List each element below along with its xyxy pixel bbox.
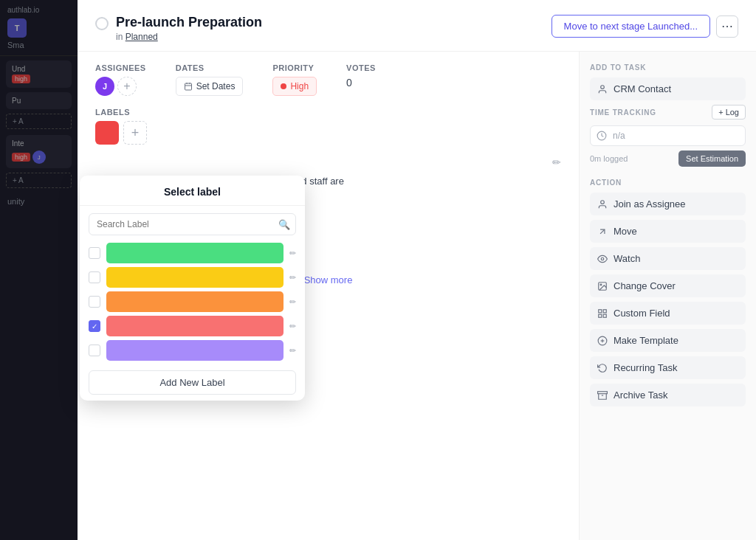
task-header-left: Pre-launch Preparation in Planned bbox=[95, 15, 262, 42]
svg-line-10 bbox=[600, 229, 605, 234]
make-template-label: Make Template bbox=[614, 335, 678, 346]
meta-row: Assignees J + Dates Set Dates Priority bbox=[95, 63, 561, 96]
search-wrapper: 🔍 bbox=[89, 213, 296, 235]
label-edit-icon-4[interactable]: ✏ bbox=[289, 322, 296, 331]
move-button[interactable]: Move bbox=[590, 220, 746, 243]
change-cover-icon bbox=[597, 281, 608, 291]
label-item-5: ✏ bbox=[89, 340, 296, 361]
make-template-button[interactable]: Make Template bbox=[590, 329, 746, 352]
join-assignee-icon bbox=[597, 199, 608, 210]
add-new-label-button[interactable]: Add New Label bbox=[89, 370, 296, 395]
label-checkbox-5[interactable] bbox=[89, 345, 100, 356]
person-icon bbox=[597, 84, 608, 94]
custom-field-label: Custom Field bbox=[614, 308, 670, 319]
more-options-button[interactable]: ⋯ bbox=[716, 15, 738, 38]
svg-rect-15 bbox=[603, 309, 606, 312]
make-template-icon bbox=[597, 336, 608, 346]
time-display: n/a bbox=[590, 125, 746, 146]
svg-rect-17 bbox=[603, 314, 606, 317]
priority-dot bbox=[281, 83, 286, 89]
label-bar-orange[interactable] bbox=[106, 291, 284, 312]
move-to-next-stage-button[interactable]: Move to next stage Launched... bbox=[551, 15, 710, 38]
label-dropdown: Select label 🔍 ✏ ✏ ✏ ✏ bbox=[80, 176, 305, 401]
time-value: n/a bbox=[613, 131, 625, 141]
edit-description-icon[interactable]: ✏ bbox=[552, 156, 561, 168]
priority-badge[interactable]: High bbox=[272, 77, 317, 96]
label-edit-icon-5[interactable]: ✏ bbox=[289, 346, 296, 356]
dim-overlay bbox=[0, 0, 78, 540]
watch-button[interactable]: Watch bbox=[590, 247, 746, 270]
add-assignee-button[interactable]: + bbox=[117, 77, 137, 96]
change-cover-button[interactable]: Change Cover bbox=[590, 274, 746, 297]
label-item-2: ✏ bbox=[89, 267, 296, 288]
label-edit-icon-3[interactable]: ✏ bbox=[289, 297, 296, 307]
svg-rect-16 bbox=[599, 314, 602, 317]
label-bar-red[interactable] bbox=[106, 316, 284, 336]
label-swatch-red[interactable] bbox=[95, 121, 119, 145]
svg-rect-21 bbox=[598, 391, 608, 393]
svg-point-11 bbox=[601, 257, 604, 260]
labels-row: + bbox=[95, 121, 561, 145]
label-checkbox-2[interactable] bbox=[89, 271, 100, 283]
task-header: Pre-launch Preparation in Planned Move t… bbox=[78, 0, 756, 52]
join-as-assignee-button[interactable]: Join as Assignee bbox=[590, 193, 746, 215]
task-stage-info: in Planned bbox=[116, 32, 262, 42]
label-edit-icon-2[interactable]: ✏ bbox=[289, 273, 296, 283]
desc-header: ✏ bbox=[95, 156, 561, 168]
action-section: ACTION Join as Assignee Move Watch Chang… bbox=[590, 179, 746, 406]
dates-col: Dates Set Dates bbox=[176, 63, 244, 96]
task-header-right: Move to next stage Launched... ⋯ bbox=[551, 15, 738, 38]
label-checkbox-3[interactable] bbox=[89, 296, 100, 308]
archive-task-label: Archive Task bbox=[614, 390, 667, 401]
votes-col: Votes 0 bbox=[346, 63, 376, 96]
search-label-input[interactable] bbox=[89, 213, 296, 235]
move-icon bbox=[597, 226, 608, 237]
crm-contact-label: CRM Contact bbox=[614, 83, 671, 94]
priority-label: Priority bbox=[272, 63, 317, 72]
label-edit-icon-1[interactable]: ✏ bbox=[289, 249, 296, 258]
dates-label: Dates bbox=[176, 63, 244, 72]
calendar-icon bbox=[184, 82, 193, 91]
log-time-button[interactable]: + Log bbox=[712, 105, 746, 120]
search-label-row: 🔍 bbox=[80, 206, 305, 243]
label-bar-purple[interactable] bbox=[106, 340, 284, 361]
change-cover-label: Change Cover bbox=[614, 280, 676, 291]
svg-rect-14 bbox=[599, 309, 602, 312]
crm-contact-button[interactable]: CRM Contact bbox=[590, 77, 746, 100]
custom-field-button[interactable]: Custom Field bbox=[590, 302, 746, 325]
priority-col: Priority High bbox=[272, 63, 317, 96]
stage-link[interactable]: Planned bbox=[126, 32, 158, 42]
time-tracking-label: TIME TRACKING bbox=[590, 108, 656, 117]
task-status-circle[interactable] bbox=[95, 17, 109, 30]
right-sidebar: ADD TO TASK CRM Contact TIME TRACKING + … bbox=[579, 52, 756, 540]
watch-label: Watch bbox=[614, 253, 640, 264]
assignees-label: Assignees bbox=[95, 63, 146, 72]
label-list: ✏ ✏ ✏ ✏ ✏ bbox=[80, 243, 305, 361]
svg-point-13 bbox=[600, 284, 602, 285]
archive-task-icon bbox=[597, 390, 608, 401]
label-item-3: ✏ bbox=[89, 291, 296, 312]
join-assignee-label: Join as Assignee bbox=[614, 198, 686, 210]
action-label: ACTION bbox=[590, 179, 746, 187]
assignees-col: Assignees J + bbox=[95, 63, 146, 96]
label-bar-green[interactable] bbox=[106, 243, 284, 263]
set-estimation-button[interactable]: Set Estimation bbox=[678, 150, 746, 167]
recurring-task-button[interactable]: Recurring Task bbox=[590, 356, 746, 379]
clock-icon bbox=[597, 131, 607, 141]
add-to-task-label: ADD TO TASK bbox=[590, 63, 746, 72]
time-logged-label: 0m logged bbox=[590, 154, 628, 163]
label-item-4: ✏ bbox=[89, 316, 296, 336]
label-checkbox-4[interactable] bbox=[89, 320, 100, 332]
votes-label: Votes bbox=[346, 63, 376, 72]
task-title-area: Pre-launch Preparation in Planned bbox=[116, 15, 262, 42]
custom-field-icon bbox=[597, 308, 608, 319]
add-label-button[interactable]: + bbox=[123, 121, 147, 145]
time-tracking-header: TIME TRACKING + Log bbox=[590, 105, 746, 120]
label-bar-yellow[interactable] bbox=[106, 267, 284, 288]
archive-task-button[interactable]: Archive Task bbox=[590, 384, 746, 406]
svg-rect-0 bbox=[185, 83, 191, 90]
votes-value: 0 bbox=[346, 77, 376, 89]
set-dates-button[interactable]: Set Dates bbox=[176, 77, 244, 96]
recurring-task-icon bbox=[597, 363, 608, 373]
label-checkbox-1[interactable] bbox=[89, 247, 100, 259]
